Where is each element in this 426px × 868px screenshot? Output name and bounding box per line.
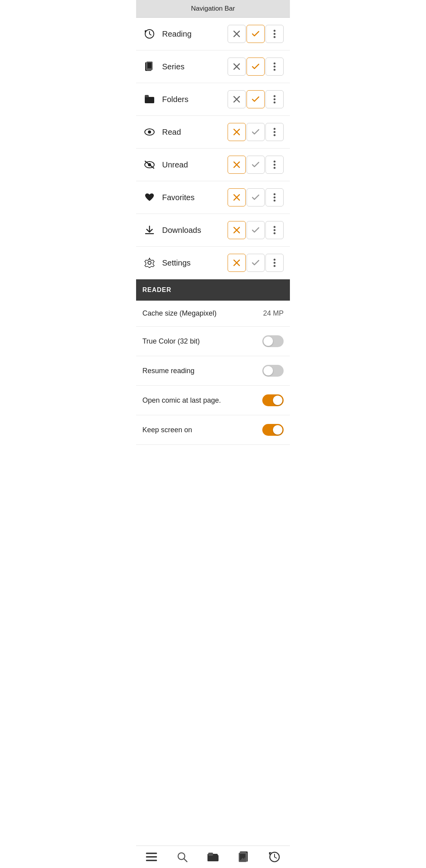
eye-icon bbox=[142, 125, 157, 139]
nav-item-x-btn-favorites[interactable] bbox=[228, 188, 246, 206]
top-bar: Navigation Bar bbox=[136, 0, 290, 18]
reader-section-header: READER bbox=[136, 279, 290, 301]
svg-point-32 bbox=[274, 161, 276, 163]
nav-item-check-btn-settings[interactable] bbox=[247, 254, 265, 272]
svg-point-51 bbox=[274, 265, 276, 267]
setting-row-open-comic-last[interactable]: Open comic at last page. bbox=[136, 386, 290, 415]
download-icon bbox=[142, 223, 157, 237]
svg-rect-14 bbox=[145, 95, 149, 97]
svg-point-4 bbox=[274, 33, 276, 35]
setting-toggle-knob-resume-reading bbox=[263, 366, 273, 375]
svg-point-12 bbox=[274, 66, 276, 68]
setting-label-true-color: True Color (32 bit) bbox=[142, 337, 262, 346]
nav-item-favorites: Favorites bbox=[136, 181, 290, 214]
nav-item-actions-favorites bbox=[228, 188, 284, 206]
nav-item-actions-settings bbox=[228, 254, 284, 272]
svg-point-34 bbox=[274, 167, 276, 169]
setting-row-true-color[interactable]: True Color (32 bit) bbox=[136, 327, 290, 356]
setting-value-cache-size: 24 MP bbox=[263, 309, 284, 318]
svg-rect-8 bbox=[148, 63, 151, 68]
svg-point-39 bbox=[274, 200, 276, 202]
svg-point-43 bbox=[274, 226, 276, 228]
nav-item-series: Series bbox=[136, 50, 290, 83]
svg-point-38 bbox=[274, 197, 276, 199]
nav-item-read: Read bbox=[136, 116, 290, 149]
setting-label-resume-reading: Resume reading bbox=[142, 367, 262, 375]
svg-point-19 bbox=[274, 102, 276, 104]
nav-item-dots-btn-unread[interactable] bbox=[265, 156, 284, 174]
nav-item-x-btn-downloads[interactable] bbox=[228, 221, 246, 239]
setting-toggle-open-comic-last[interactable] bbox=[262, 394, 284, 406]
nav-item-actions-folders bbox=[228, 90, 284, 108]
setting-row-keep-screen-on[interactable]: Keep screen on bbox=[136, 415, 290, 445]
nav-item-dots-btn-reading[interactable] bbox=[265, 25, 284, 43]
nav-item-check-btn-favorites[interactable] bbox=[247, 188, 265, 206]
nav-item-actions-series bbox=[228, 58, 284, 76]
svg-point-37 bbox=[274, 193, 276, 195]
setting-row-resume-reading[interactable]: Resume reading bbox=[136, 356, 290, 386]
setting-toggle-keep-screen-on[interactable] bbox=[262, 424, 284, 436]
setting-toggle-resume-reading[interactable] bbox=[262, 365, 284, 377]
nav-item-actions-reading bbox=[228, 25, 284, 43]
nav-item-check-btn-read[interactable] bbox=[247, 123, 265, 141]
reader-settings-list: Cache size (Megapixel)24 MPTrue Color (3… bbox=[136, 301, 290, 445]
nav-item-check-btn-downloads[interactable] bbox=[247, 221, 265, 239]
nav-item-dots-btn-series[interactable] bbox=[265, 58, 284, 76]
nav-item-downloads: Downloads bbox=[136, 214, 290, 247]
nav-item-check-btn-folders[interactable] bbox=[247, 90, 265, 108]
setting-row-cache-size: Cache size (Megapixel)24 MP bbox=[136, 301, 290, 327]
setting-toggle-knob-true-color bbox=[263, 336, 273, 346]
nav-item-dots-btn-folders[interactable] bbox=[265, 90, 284, 108]
nav-item-x-btn-folders[interactable] bbox=[228, 90, 246, 108]
nav-item-x-btn-series[interactable] bbox=[228, 58, 246, 76]
nav-item-check-btn-series[interactable] bbox=[247, 58, 265, 76]
folder-icon bbox=[142, 92, 157, 106]
svg-point-18 bbox=[274, 99, 276, 100]
svg-point-25 bbox=[274, 131, 276, 133]
setting-label-cache-size: Cache size (Megapixel) bbox=[142, 309, 263, 318]
nav-item-dots-btn-favorites[interactable] bbox=[265, 188, 284, 206]
nav-items-list: ReadingSeriesFoldersReadUnreadFavoritesD… bbox=[136, 18, 290, 279]
nav-item-settings: Settings bbox=[136, 247, 290, 279]
nav-item-check-btn-unread[interactable] bbox=[247, 156, 265, 174]
nav-item-x-btn-unread[interactable] bbox=[228, 156, 246, 174]
nav-item-actions-downloads bbox=[228, 221, 284, 239]
svg-point-21 bbox=[148, 130, 151, 134]
svg-point-24 bbox=[274, 128, 276, 130]
nav-item-dots-btn-downloads[interactable] bbox=[265, 221, 284, 239]
history-icon bbox=[142, 27, 157, 41]
nav-item-x-btn-read[interactable] bbox=[228, 123, 246, 141]
setting-toggle-true-color[interactable] bbox=[262, 335, 284, 347]
setting-label-open-comic-last: Open comic at last page. bbox=[142, 396, 262, 405]
svg-point-5 bbox=[274, 36, 276, 38]
svg-point-49 bbox=[274, 259, 276, 261]
svg-point-26 bbox=[274, 134, 276, 136]
svg-point-11 bbox=[274, 63, 276, 65]
nav-item-label-unread: Unread bbox=[162, 160, 228, 169]
nav-item-reading: Reading bbox=[136, 18, 290, 50]
nav-item-label-series: Series bbox=[162, 62, 228, 71]
nav-item-actions-read bbox=[228, 123, 284, 141]
svg-point-33 bbox=[274, 164, 276, 166]
eye-off-icon bbox=[142, 158, 157, 172]
nav-item-label-favorites: Favorites bbox=[162, 193, 228, 202]
setting-toggle-knob-keep-screen-on bbox=[273, 425, 282, 435]
svg-point-17 bbox=[274, 95, 276, 97]
nav-item-dots-btn-settings[interactable] bbox=[265, 254, 284, 272]
nav-item-label-settings: Settings bbox=[162, 258, 228, 268]
heart-icon bbox=[142, 190, 157, 204]
nav-item-check-btn-reading[interactable] bbox=[247, 25, 265, 43]
gear-icon bbox=[142, 256, 157, 270]
nav-item-actions-unread bbox=[228, 156, 284, 174]
svg-point-45 bbox=[274, 232, 276, 234]
svg-point-46 bbox=[148, 261, 151, 264]
setting-label-keep-screen-on: Keep screen on bbox=[142, 426, 262, 434]
nav-item-label-reading: Reading bbox=[162, 30, 228, 39]
svg-point-44 bbox=[274, 229, 276, 231]
nav-item-x-btn-reading[interactable] bbox=[228, 25, 246, 43]
nav-item-x-btn-settings[interactable] bbox=[228, 254, 246, 272]
nav-item-dots-btn-read[interactable] bbox=[265, 123, 284, 141]
svg-point-13 bbox=[274, 69, 276, 71]
svg-point-50 bbox=[274, 262, 276, 264]
nav-item-label-downloads: Downloads bbox=[162, 226, 228, 235]
